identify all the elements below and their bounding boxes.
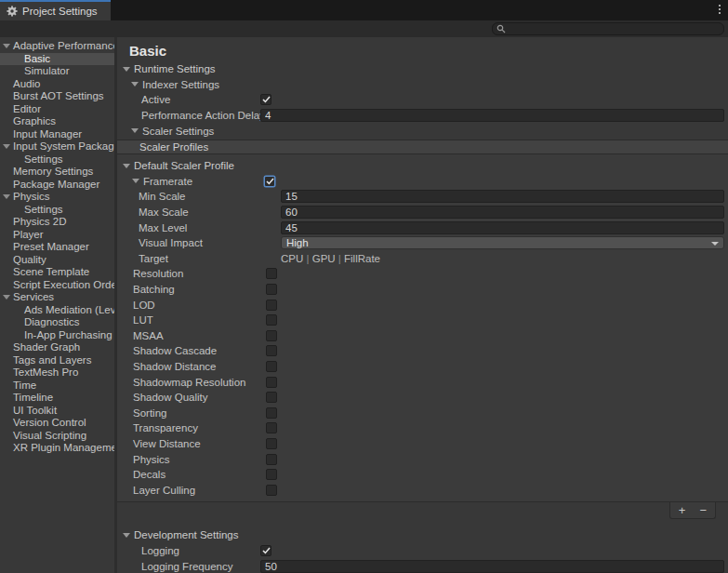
- scaler-label: Decals: [117, 469, 266, 480]
- scaler-checkbox[interactable]: [266, 345, 277, 356]
- logging-checkbox[interactable]: [260, 545, 271, 556]
- sidebar-item[interactable]: Physics: [0, 191, 114, 204]
- sidebar-item[interactable]: Burst AOT Settings: [0, 90, 114, 103]
- sidebar-item-label: Package Manager: [13, 179, 99, 190]
- sidebar-item[interactable]: Ads Mediation (Level: [0, 304, 114, 317]
- sidebar-item[interactable]: Adaptive Performance: [0, 40, 114, 53]
- visual-impact-value: High: [286, 237, 309, 248]
- tab-project-settings[interactable]: Project Settings: [0, 0, 111, 20]
- sidebar-item[interactable]: Memory Settings: [0, 166, 114, 179]
- sidebar-item[interactable]: Scene Template: [0, 266, 114, 279]
- runtime-settings-foldout[interactable]: Runtime Settings: [117, 61, 728, 77]
- scaler-label: Batching: [117, 284, 266, 295]
- sidebar-item[interactable]: Diagnostics: [0, 316, 114, 329]
- foldout-arrow-icon[interactable]: [132, 179, 139, 183]
- logging-frequency-input[interactable]: [260, 560, 724, 573]
- scaler-toggle-row: Shadow Distance: [117, 359, 728, 375]
- scaler-toggle-row: Batching: [117, 282, 728, 298]
- foldout-arrow-icon[interactable]: [123, 533, 130, 538]
- sidebar-item[interactable]: Script Execution Order: [0, 279, 114, 292]
- sidebar-item[interactable]: Preset Manager: [0, 241, 114, 254]
- sidebar-item-label: Preset Manager: [13, 241, 89, 252]
- sidebar-item[interactable]: Tags and Layers: [0, 354, 114, 367]
- sidebar-item-label: Settings: [24, 204, 63, 215]
- scaler-checkbox[interactable]: [266, 284, 277, 295]
- foldout-arrow-icon[interactable]: [123, 67, 130, 72]
- sidebar-item[interactable]: In-App Purchasing: [0, 329, 114, 342]
- foldout-arrow-icon[interactable]: [123, 164, 130, 168]
- logging-row: Logging: [117, 543, 728, 559]
- sidebar-item[interactable]: Graphics: [0, 115, 114, 128]
- framerate-foldout[interactable]: Framerate: [117, 176, 264, 187]
- sidebar-item[interactable]: Settings: [0, 153, 114, 167]
- min-scale-label: Min Scale: [117, 191, 281, 202]
- foldout-arrow-icon[interactable]: [3, 295, 10, 300]
- scaler-checkbox[interactable]: [266, 469, 277, 480]
- sidebar-item-label: UI Toolkit: [13, 405, 57, 416]
- default-scaler-profile-foldout[interactable]: Default Scaler Profile: [117, 158, 728, 174]
- scaler-checkbox[interactable]: [266, 422, 277, 433]
- performance-action-delay-row: Performance Action Delay: [117, 108, 728, 124]
- sidebar-item[interactable]: Basic: [0, 53, 114, 66]
- scaler-checkbox[interactable]: [266, 392, 277, 403]
- sidebar-item[interactable]: Shader Graph: [0, 341, 114, 354]
- sidebar-item[interactable]: Input System Package: [0, 140, 114, 153]
- sidebar-item[interactable]: Package Manager: [0, 179, 114, 192]
- framerate-checkbox[interactable]: [264, 176, 275, 187]
- foldout-arrow-icon[interactable]: [131, 82, 139, 87]
- sidebar-item[interactable]: Services: [0, 291, 114, 304]
- scaler-toggle-row: Shadowmap Resolution: [117, 374, 728, 390]
- sidebar-item[interactable]: XR Plugin Management: [0, 442, 114, 455]
- foldout-arrow-icon[interactable]: [3, 44, 10, 48]
- add-button[interactable]: +: [673, 503, 692, 518]
- sidebar-item[interactable]: Editor: [0, 103, 114, 116]
- sidebar-item[interactable]: Visual Scripting: [0, 430, 114, 443]
- sidebar-item[interactable]: Simulator: [0, 65, 114, 78]
- sidebar-item[interactable]: Input Manager: [0, 128, 114, 141]
- scaler-checkbox[interactable]: [266, 314, 277, 326]
- scaler-checkbox[interactable]: [266, 485, 277, 496]
- sidebar-item[interactable]: Timeline: [0, 392, 114, 405]
- foldout-arrow-icon[interactable]: [3, 144, 10, 149]
- remove-button[interactable]: −: [694, 503, 712, 518]
- foldout-arrow-icon[interactable]: [131, 128, 139, 133]
- logging-frequency-row: Logging Frequency: [117, 558, 728, 573]
- max-scale-input[interactable]: [281, 206, 724, 219]
- scaler-checkbox[interactable]: [266, 268, 277, 279]
- indexer-settings-foldout[interactable]: Indexer Settings: [117, 77, 728, 93]
- max-scale-row: Max Scale: [117, 205, 728, 220]
- scaler-toggle-row: Shadow Cascade: [117, 343, 728, 359]
- kebab-menu-icon[interactable]: [719, 5, 721, 14]
- sidebar-item[interactable]: Player: [0, 229, 114, 242]
- foldout-arrow-icon[interactable]: [3, 194, 10, 199]
- sidebar-item[interactable]: Quality: [0, 254, 114, 267]
- sidebar-item[interactable]: Settings: [0, 204, 114, 217]
- min-scale-input[interactable]: [281, 190, 724, 203]
- active-checkbox[interactable]: [260, 94, 271, 105]
- sidebar-item[interactable]: Physics 2D: [0, 216, 114, 229]
- scaler-checkbox[interactable]: [266, 377, 277, 388]
- sidebar-item[interactable]: TextMesh Pro: [0, 366, 114, 380]
- development-settings-foldout[interactable]: Development Settings: [117, 527, 728, 543]
- visual-impact-dropdown[interactable]: High: [281, 236, 724, 249]
- scaler-label: LUT: [117, 314, 266, 326]
- scaler-profiles-list-body: Default Scaler Profile Framerate Min Sca…: [117, 154, 728, 502]
- sidebar-item[interactable]: Audio: [0, 78, 114, 91]
- sidebar-item[interactable]: Time: [0, 380, 114, 393]
- search-field[interactable]: [492, 22, 724, 35]
- performance-action-delay-input[interactable]: [260, 109, 724, 122]
- scaler-checkbox[interactable]: [266, 438, 277, 449]
- runtime-settings-label: Runtime Settings: [134, 63, 216, 74]
- scaler-settings-label: Scaler Settings: [142, 126, 214, 137]
- scaler-checkbox[interactable]: [266, 330, 277, 341]
- sidebar-item[interactable]: UI Toolkit: [0, 405, 114, 418]
- sidebar-item[interactable]: Version Control: [0, 417, 114, 430]
- scaler-settings-foldout[interactable]: Scaler Settings: [117, 123, 728, 139]
- scaler-checkbox[interactable]: [266, 361, 277, 372]
- scaler-checkbox[interactable]: [266, 300, 277, 311]
- search-input[interactable]: [506, 23, 720, 34]
- scaler-checkbox[interactable]: [266, 407, 277, 419]
- scaler-checkbox[interactable]: [266, 454, 277, 465]
- sidebar-item-label: Scene Template: [13, 266, 89, 277]
- max-level-input[interactable]: [281, 221, 724, 234]
